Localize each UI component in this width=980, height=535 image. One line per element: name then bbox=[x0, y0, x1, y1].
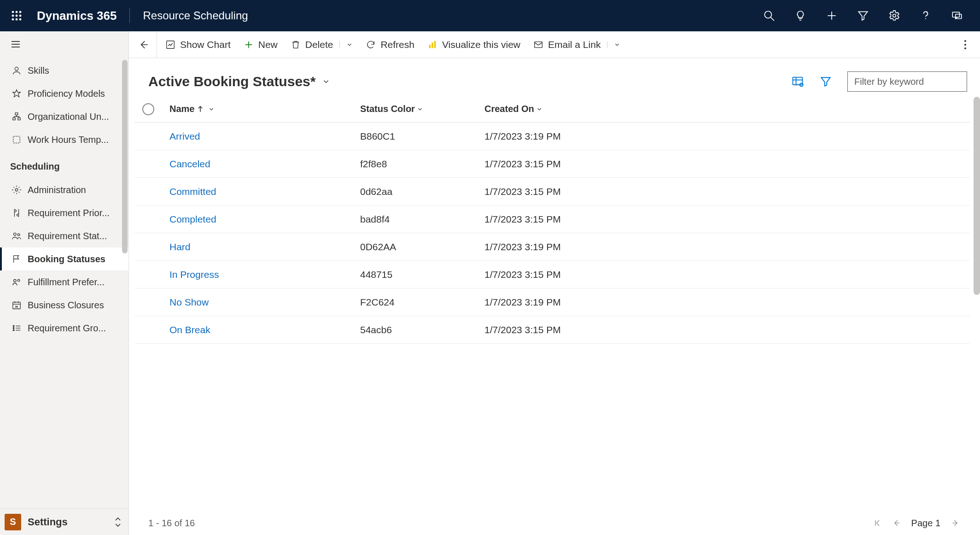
table-row[interactable]: No ShowF2C6241/7/2023 3:19 PM bbox=[134, 288, 970, 316]
email-split-chevron[interactable] bbox=[607, 41, 620, 48]
column-header-status-color[interactable]: Status Color bbox=[360, 104, 484, 114]
next-page-button[interactable] bbox=[951, 518, 960, 528]
grid-scrollbar[interactable] bbox=[974, 97, 980, 295]
gear-icon bbox=[888, 10, 900, 22]
svg-point-29 bbox=[18, 279, 20, 282]
table-row[interactable]: Completedbad8f41/7/2023 3:15 PM bbox=[134, 206, 970, 233]
add-button[interactable] bbox=[816, 0, 847, 31]
table-row[interactable]: Canceledf2f8e81/7/2023 3:15 PM bbox=[134, 150, 970, 178]
prev-page-button[interactable] bbox=[892, 518, 901, 528]
funnel-icon bbox=[820, 76, 832, 88]
page-label: Page 1 bbox=[911, 518, 940, 529]
visualize-label: Visualize this view bbox=[442, 39, 520, 50]
svg-rect-15 bbox=[952, 12, 959, 17]
sidebar-item-label: Proficiency Models bbox=[28, 88, 105, 99]
table-row[interactable]: In Progress4487151/7/2023 3:15 PM bbox=[134, 261, 970, 288]
table-row[interactable]: ArrivedB860C11/7/2023 3:19 PM bbox=[134, 123, 970, 150]
sidebar-item-work-hours-templates[interactable]: Work Hours Temp... bbox=[0, 128, 128, 151]
select-all-column bbox=[134, 103, 162, 115]
waffle-icon bbox=[12, 11, 22, 21]
show-chart-button[interactable]: Show Chart bbox=[159, 31, 237, 58]
search-button[interactable] bbox=[753, 0, 785, 31]
view-selector[interactable]: Active Booking Statuses* bbox=[148, 74, 330, 89]
funnel-icon bbox=[857, 10, 869, 22]
area-switcher[interactable]: S Settings bbox=[0, 508, 128, 535]
svg-point-34 bbox=[13, 325, 14, 327]
row-name-link[interactable]: Committed bbox=[162, 186, 360, 197]
lightbulb-button[interactable] bbox=[785, 0, 816, 31]
data-grid: Name Status Color Created On ArrivedB860… bbox=[129, 96, 980, 511]
row-name-link[interactable]: Completed bbox=[162, 214, 360, 225]
back-button[interactable] bbox=[133, 31, 155, 58]
app-area-label[interactable]: Resource Scheduling bbox=[143, 9, 248, 22]
svg-rect-45 bbox=[434, 41, 436, 48]
svg-point-25 bbox=[15, 188, 18, 191]
row-created-on: 1/7/2023 3:15 PM bbox=[484, 214, 970, 225]
star-icon bbox=[10, 88, 23, 99]
edit-filters-button[interactable] bbox=[820, 76, 832, 88]
view-chevron bbox=[322, 77, 330, 86]
first-page-button[interactable] bbox=[873, 518, 882, 528]
refresh-button[interactable]: Refresh bbox=[359, 31, 421, 58]
row-name-link[interactable]: No Show bbox=[162, 297, 360, 308]
more-commands-button[interactable] bbox=[954, 40, 976, 50]
sidebar-item-requirement-statuses[interactable]: Requirement Stat... bbox=[0, 224, 128, 247]
svg-point-0 bbox=[12, 11, 14, 13]
mail-icon bbox=[533, 40, 543, 50]
chat-button[interactable] bbox=[941, 0, 973, 31]
arrow-left-icon bbox=[138, 39, 150, 51]
main-content: Show Chart New Delete Refresh Visualize … bbox=[129, 31, 980, 535]
brand-label[interactable]: Dynamics 365 bbox=[37, 9, 117, 23]
column-created-chevron bbox=[536, 106, 542, 112]
row-name-link[interactable]: Canceled bbox=[162, 159, 360, 170]
org-icon bbox=[10, 112, 23, 122]
sidebar-item-skills[interactable]: Skills bbox=[0, 59, 128, 82]
row-name-link[interactable]: On Break bbox=[162, 324, 360, 335]
help-button[interactable] bbox=[910, 0, 941, 31]
sidebar-item-business-closures[interactable]: Business Closures bbox=[0, 294, 128, 317]
table-row[interactable]: Hard0D62AA1/7/2023 3:19 PM bbox=[134, 233, 970, 261]
sidebar-item-booking-statuses[interactable]: Booking Statuses bbox=[0, 247, 128, 270]
edit-columns-button[interactable] bbox=[791, 75, 804, 88]
table-row[interactable]: Committed0d62aa1/7/2023 3:15 PM bbox=[134, 178, 970, 206]
plus-icon bbox=[244, 40, 254, 50]
filter-keyword-input[interactable] bbox=[847, 71, 967, 92]
arrow-right-icon bbox=[951, 518, 960, 528]
plus-icon bbox=[826, 10, 838, 22]
sidebar-item-fulfillment-preferences[interactable]: Fulfillment Prefer... bbox=[0, 270, 128, 294]
row-name-link[interactable]: Arrived bbox=[162, 131, 360, 142]
sidebar-item-requirement-groups[interactable]: Requirement Gro... bbox=[0, 317, 128, 340]
svg-point-26 bbox=[14, 233, 16, 236]
template-icon bbox=[10, 135, 23, 145]
row-name-link[interactable]: Hard bbox=[162, 241, 360, 253]
email-link-button[interactable]: Email a Link bbox=[527, 31, 627, 58]
table-row[interactable]: On Break54acb61/7/2023 3:15 PM bbox=[134, 316, 970, 344]
area-updown-icon bbox=[114, 516, 122, 528]
sidebar-toggle-button[interactable] bbox=[0, 31, 128, 57]
sidebar-item-proficiency-models[interactable]: Proficiency Models bbox=[0, 82, 128, 105]
new-button[interactable]: New bbox=[237, 31, 284, 58]
person-icon bbox=[10, 65, 23, 76]
visualize-button[interactable]: Visualize this view bbox=[421, 31, 527, 58]
question-icon bbox=[920, 10, 932, 22]
column-header-name[interactable]: Name bbox=[162, 104, 360, 114]
svg-rect-44 bbox=[432, 42, 433, 48]
delete-button[interactable]: Delete bbox=[284, 31, 360, 58]
filter-button[interactable] bbox=[847, 0, 879, 31]
sidebar-scrollbar[interactable] bbox=[122, 60, 128, 253]
sidebar-item-label: Requirement Gro... bbox=[28, 323, 106, 334]
sidebar-item-administration[interactable]: Administration bbox=[0, 178, 128, 201]
select-all-checkbox[interactable] bbox=[142, 103, 154, 115]
sidebar-item-organizational-units[interactable]: Organizational Un... bbox=[0, 105, 128, 128]
row-name-link[interactable]: In Progress bbox=[162, 269, 360, 280]
chevron-down-icon bbox=[346, 41, 353, 48]
svg-point-20 bbox=[15, 67, 18, 71]
column-header-created-on[interactable]: Created On bbox=[484, 104, 970, 114]
svg-point-27 bbox=[18, 234, 20, 236]
delete-split-chevron[interactable] bbox=[339, 41, 353, 48]
svg-point-9 bbox=[764, 11, 771, 18]
app-launcher-button[interactable] bbox=[7, 11, 26, 21]
settings-button[interactable] bbox=[879, 0, 910, 31]
more-vertical-icon bbox=[964, 40, 967, 50]
sidebar-item-requirement-priorities[interactable]: Requirement Prior... bbox=[0, 201, 128, 224]
